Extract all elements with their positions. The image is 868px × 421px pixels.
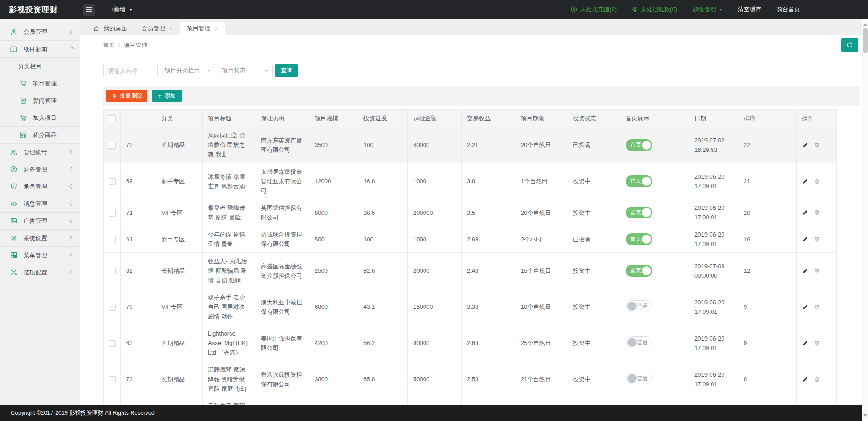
home-display-toggle-off[interactable]: 普通 bbox=[626, 373, 652, 384]
delete-button[interactable] bbox=[814, 268, 820, 274]
home-display-toggle-on[interactable]: 首页 bbox=[626, 207, 652, 218]
status-select[interactable]: 项目状态 bbox=[217, 64, 273, 77]
cell-min-amount: 20000 bbox=[408, 253, 462, 289]
tab-project[interactable]: 项目管理× bbox=[180, 22, 226, 35]
cell-operations bbox=[797, 289, 837, 325]
edit-button[interactable] bbox=[802, 178, 808, 184]
cell-sort: 22 bbox=[738, 127, 797, 163]
close-icon[interactable]: × bbox=[215, 26, 218, 32]
edit-icon bbox=[802, 209, 808, 216]
add-button[interactable]: + 添加 bbox=[152, 90, 182, 102]
cell-category: VIP专区 bbox=[156, 289, 203, 325]
home-display-toggle-on[interactable]: 首页 bbox=[626, 265, 652, 277]
sidebar-item-points-goods[interactable]: 积分商品 bbox=[0, 127, 80, 144]
row-checkbox[interactable] bbox=[109, 376, 116, 383]
row-checkbox[interactable] bbox=[109, 268, 116, 274]
edit-button[interactable] bbox=[802, 304, 808, 310]
sidebar-item-admin-accounts[interactable]: 管理帐号 bbox=[0, 144, 80, 161]
row-checkbox[interactable] bbox=[109, 340, 116, 347]
sidebar-item-finance-management[interactable]: 财务管理 bbox=[0, 161, 80, 178]
home-display-toggle-on[interactable]: 首页 bbox=[626, 233, 652, 245]
add-new-dropdown[interactable]: +新增 bbox=[110, 5, 132, 14]
doc-icon bbox=[19, 97, 27, 104]
cell-scale: 6800 bbox=[309, 289, 358, 325]
edit-icon bbox=[802, 376, 808, 383]
home-display-toggle-off[interactable]: 普通 bbox=[626, 300, 652, 312]
cell-id: 72 bbox=[121, 361, 156, 397]
edit-button[interactable] bbox=[802, 209, 808, 216]
home-display-toggle-off[interactable]: 普通 bbox=[626, 336, 652, 348]
front-home-link[interactable]: 前台首页 bbox=[777, 5, 800, 14]
yen-icon bbox=[10, 166, 18, 173]
tab-desktop[interactable]: 我的桌面 bbox=[86, 22, 134, 35]
sidebar-item-category-columns[interactable]: 分类栏目 bbox=[0, 58, 80, 75]
sidebar-item-message-management[interactable]: 消息管理 bbox=[0, 195, 80, 213]
caret-down-icon bbox=[264, 70, 268, 74]
batch-delete-button[interactable]: 批量删除 bbox=[106, 90, 147, 102]
column-header: 保理机构 bbox=[255, 110, 309, 127]
sidebar-item-ad-management[interactable]: 广告管理 bbox=[0, 213, 80, 230]
sidebar-item-project-management[interactable]: 项目管理 bbox=[0, 75, 80, 92]
search-button[interactable]: 查询 bbox=[275, 64, 298, 77]
delete-button[interactable] bbox=[814, 340, 820, 346]
select-all-checkbox[interactable] bbox=[109, 115, 116, 122]
category-select[interactable]: 项目分类栏目 bbox=[160, 64, 215, 77]
pending-withdraw-link[interactable]: 未处理提款(0) bbox=[632, 5, 677, 14]
sidebar-item-options-config[interactable]: 选项配置 bbox=[0, 264, 80, 281]
delete-button[interactable] bbox=[814, 376, 820, 383]
table-action-bar: 批量删除 + 添加 bbox=[103, 86, 860, 106]
delete-button[interactable] bbox=[814, 304, 820, 310]
row-checkbox[interactable] bbox=[109, 142, 116, 149]
sidebar-item-join-project[interactable]: 加入项目 bbox=[0, 109, 80, 127]
sidebar-toggle-button[interactable] bbox=[83, 4, 95, 16]
row-checkbox[interactable] bbox=[109, 237, 116, 243]
user-icon bbox=[10, 28, 18, 36]
vertical-scrollbar[interactable] bbox=[862, 19, 868, 421]
delete-button[interactable] bbox=[814, 236, 820, 242]
sidebar-item-system-settings[interactable]: 系统设置 bbox=[0, 230, 80, 247]
scroll-thumb[interactable] bbox=[863, 28, 868, 53]
cart-icon bbox=[19, 80, 27, 87]
scroll-down-arrow[interactable] bbox=[863, 414, 867, 419]
home-display-toggle-on[interactable]: 首页 bbox=[626, 175, 652, 187]
delete-button[interactable] bbox=[814, 178, 820, 184]
chevron-left-icon bbox=[70, 167, 74, 172]
admin-role-dropdown[interactable]: 超级管理 bbox=[693, 5, 722, 14]
sidebar-item-role-management[interactable]: 角色管理 bbox=[0, 178, 80, 195]
edit-button[interactable] bbox=[802, 268, 808, 274]
search-button-label: 查询 bbox=[281, 66, 292, 75]
sidebar-item-menu-management[interactable]: 菜单管理 bbox=[0, 247, 80, 264]
tab-member[interactable]: 会员管理× bbox=[134, 22, 180, 35]
sidebar-item-member-management[interactable]: 会员管理 bbox=[0, 24, 80, 41]
delete-button[interactable] bbox=[814, 209, 820, 216]
edit-button[interactable] bbox=[802, 142, 808, 148]
sidebar-item-news-management[interactable]: 新闻管理 bbox=[0, 92, 80, 109]
close-icon[interactable]: × bbox=[169, 26, 173, 32]
clear-cache-link[interactable]: 清空缓存 bbox=[738, 5, 761, 14]
row-checkbox[interactable] bbox=[109, 210, 116, 217]
breadcrumb-home[interactable]: 首页 bbox=[103, 41, 115, 49]
cell-category: 新手专区 bbox=[156, 163, 203, 199]
row-checkbox[interactable] bbox=[109, 304, 116, 311]
home-display-toggle-on[interactable]: 首页 bbox=[626, 139, 652, 151]
delete-button[interactable] bbox=[814, 142, 820, 148]
sidebar-item-project-news[interactable]: 项目新闻 bbox=[0, 41, 80, 58]
pending-recharge-link[interactable]: 未处理充值(0) bbox=[571, 5, 617, 14]
cell-id: 63 bbox=[121, 325, 156, 361]
cell-sort bbox=[738, 397, 797, 405]
name-search-input[interactable] bbox=[103, 64, 158, 77]
scroll-up-arrow[interactable] bbox=[863, 21, 867, 26]
edit-button[interactable] bbox=[802, 340, 808, 346]
copyright-text: Copyright ©2017-2019 影视投资理财 All Rights R… bbox=[11, 409, 155, 417]
checkbox-cell bbox=[104, 127, 121, 163]
checkbox-cell bbox=[104, 361, 121, 397]
tab-label: 项目管理 bbox=[187, 24, 211, 33]
edit-button[interactable] bbox=[802, 376, 808, 383]
row-checkbox[interactable] bbox=[109, 178, 116, 185]
refresh-button[interactable] bbox=[841, 38, 858, 52]
edit-button[interactable] bbox=[802, 236, 808, 242]
checkbox-cell bbox=[104, 289, 121, 325]
breadcrumb-current: 项目管理 bbox=[124, 41, 147, 49]
cell-display: 首页 bbox=[620, 226, 689, 253]
book-icon bbox=[10, 45, 18, 53]
